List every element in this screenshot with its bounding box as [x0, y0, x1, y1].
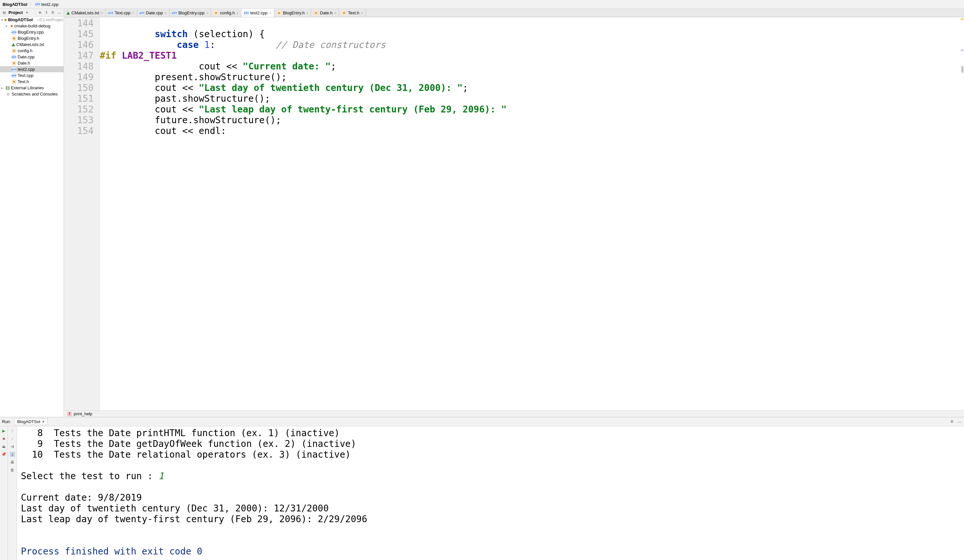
- up-icon[interactable]: ↑: [10, 428, 15, 433]
- h-file-icon: H: [12, 61, 16, 65]
- external-libraries[interactable]: ▸ External Libraries: [0, 85, 64, 91]
- editor-tab[interactable]: HDate.h×: [311, 9, 339, 17]
- cpp-file-icon: c++: [36, 2, 40, 6]
- code-line[interactable]: present.showStructure();: [100, 72, 964, 83]
- editor-tab[interactable]: CMakeLists.txt×: [64, 9, 106, 17]
- close-icon[interactable]: ×: [165, 11, 167, 15]
- project-tree[interactable]: ▾ ■ BlogADTSol ~/CLionProjec ▸■cmake-bui…: [0, 16, 64, 417]
- console-line: Last leap day of twenty-first century (F…: [21, 514, 960, 524]
- code-line[interactable]: cout << "Last day of twentieth century (…: [100, 83, 964, 93]
- code-line[interactable]: cout << endl:: [100, 125, 964, 136]
- editor-tab[interactable]: c++test2.cpp×: [241, 9, 274, 17]
- close-icon[interactable]: ×: [236, 11, 238, 15]
- project-header: ▤ Project ▾ ⊕ ⇕ —: [0, 9, 64, 16]
- folder-icon: ■: [4, 17, 7, 22]
- code-line[interactable]: cout << "Current date: ";: [100, 61, 964, 72]
- tree-item[interactable]: c++Text.cpp: [0, 72, 64, 79]
- breadcrumb-file[interactable]: c++ test2.cpp: [36, 2, 59, 7]
- editor-tab[interactable]: HBlogEntry.h×: [274, 9, 311, 17]
- editor-breadcrumb-fn[interactable]: print_help: [74, 411, 92, 416]
- editor-tab[interactable]: c++Date.cpp×: [137, 9, 169, 17]
- cpp-file-icon: c++: [244, 11, 249, 15]
- close-icon[interactable]: ×: [306, 11, 308, 15]
- editor-tab[interactable]: Hconfig.h×: [211, 9, 241, 17]
- editor-breadcrumb: f print_help: [64, 411, 964, 417]
- scratches-consoles[interactable]: ◎ Scratches and Consoles: [0, 91, 64, 97]
- code-line[interactable]: past.showStructure();: [100, 93, 964, 104]
- stop-icon[interactable]: ■: [1, 436, 7, 442]
- close-icon[interactable]: ×: [361, 11, 363, 15]
- tree-item[interactable]: ▸■cmake-build-debug: [0, 23, 64, 29]
- code-line[interactable]: switch (selection) {: [100, 29, 964, 39]
- down-icon[interactable]: ↓: [10, 436, 15, 442]
- info-mark-icon[interactable]: [961, 50, 963, 50]
- collapse-icon[interactable]: ⇕: [44, 10, 49, 15]
- tree-item[interactable]: HDate.h: [0, 60, 64, 66]
- line-number: 154: [64, 125, 94, 136]
- project-title[interactable]: Project: [8, 10, 23, 15]
- run-toolbar-secondary: ↑ ↓ ⇉ ⤓ 🖶 🗑: [8, 426, 17, 560]
- scroll-to-end-icon[interactable]: ⤓: [10, 452, 15, 457]
- soft-wrap-icon[interactable]: ⇉: [10, 444, 15, 449]
- editor-tab[interactable]: c++BlogEntry.cpp×: [169, 9, 211, 17]
- close-icon[interactable]: ×: [334, 11, 336, 15]
- code-line[interactable]: cout << "Last leap day of twenty-first c…: [100, 104, 964, 115]
- warning-mark-icon[interactable]: [961, 19, 963, 20]
- hide-icon[interactable]: —: [57, 10, 62, 15]
- editor-tab[interactable]: c++Text.cpp×: [106, 9, 137, 17]
- h-file-icon: H: [12, 80, 16, 84]
- console-line: [21, 524, 960, 535]
- tree-item[interactable]: HBlogEntry.h: [0, 35, 64, 41]
- expand-arrow-icon[interactable]: ▾: [1, 18, 3, 21]
- scroll-thumb[interactable]: [961, 66, 963, 73]
- locate-icon[interactable]: ⊕: [37, 10, 42, 15]
- editor-tab[interactable]: HText.h×: [339, 9, 366, 17]
- close-icon[interactable]: ×: [101, 11, 103, 15]
- close-icon[interactable]: ×: [269, 11, 271, 15]
- tree-item[interactable]: Hconfig.h: [0, 47, 64, 54]
- tree-item[interactable]: CMakeLists.txt: [0, 41, 64, 47]
- tree-item[interactable]: c++Date.cpp: [0, 54, 64, 60]
- code-line[interactable]: future.showStructure();: [100, 115, 964, 125]
- code-content[interactable]: switch (selection) { case 1: // Date con…: [100, 17, 964, 411]
- tree-root[interactable]: ▾ ■ BlogADTSol ~/CLionProjec: [0, 16, 64, 23]
- tree-item[interactable]: c++BlogEntry.cpp: [0, 29, 64, 35]
- code-editor[interactable]: 144145146147148149150151152153154 switch…: [64, 17, 964, 411]
- tab-label: Text.h: [348, 10, 359, 15]
- close-icon[interactable]: ×: [42, 419, 45, 424]
- tree-item[interactable]: HText.h: [0, 79, 64, 85]
- close-icon[interactable]: ×: [132, 11, 134, 15]
- cmake-file-icon: [67, 11, 70, 15]
- run-config-tab[interactable]: BlogADTSol ×: [14, 418, 47, 425]
- exit-icon[interactable]: ⏏: [1, 444, 7, 449]
- dropdown-icon[interactable]: ▾: [25, 10, 29, 15]
- pin-icon[interactable]: 📌: [1, 452, 7, 457]
- expand-arrow-icon[interactable]: ▸: [1, 86, 5, 90]
- print-icon[interactable]: 🖶: [10, 459, 15, 465]
- code-line[interactable]: #if LAB2_TEST1: [100, 50, 964, 61]
- line-number: 149: [64, 72, 94, 83]
- h-file-icon: H: [342, 11, 346, 15]
- gear-icon[interactable]: [949, 419, 954, 424]
- tree-item-label: BlogEntry.h: [18, 36, 39, 41]
- close-icon[interactable]: ×: [206, 11, 208, 15]
- line-number: 147: [64, 50, 94, 61]
- run-console[interactable]: 8 Tests the Date printHTML function (ex.…: [17, 426, 964, 560]
- tab-label: Date.h: [320, 10, 332, 15]
- trash-icon[interactable]: 🗑: [10, 467, 15, 472]
- editor-marks-stripe[interactable]: [960, 17, 964, 411]
- breadcrumb-root[interactable]: BlogADTSol: [3, 2, 28, 7]
- rerun-icon[interactable]: ▶: [1, 428, 7, 433]
- tree-item[interactable]: c++test2.cpp: [0, 66, 64, 72]
- h-file-icon: H: [12, 49, 16, 53]
- console-line: [21, 460, 960, 471]
- cpp-file-icon: c++: [109, 11, 113, 15]
- tree-item-label: Text.h: [18, 79, 29, 84]
- project-view-icon[interactable]: ▤: [2, 10, 7, 15]
- expand-arrow-icon[interactable]: ▸: [6, 24, 9, 28]
- tab-label: test2.cpp: [250, 10, 267, 15]
- code-line[interactable]: [100, 18, 964, 29]
- code-line[interactable]: case 1: // Date constructors: [100, 39, 964, 50]
- gear-icon[interactable]: [50, 10, 55, 15]
- hide-icon[interactable]: —: [957, 419, 962, 424]
